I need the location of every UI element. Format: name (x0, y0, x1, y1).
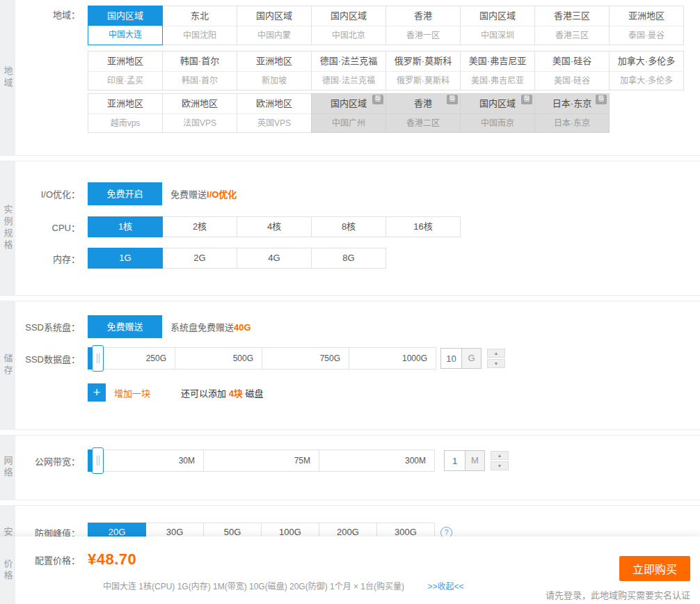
region-option-zone: 香港罄 (386, 94, 460, 113)
region-option[interactable]: 美国·弗吉尼亚美国·弗吉尼亚 (460, 51, 535, 90)
cpu-label: CPU： (15, 221, 88, 234)
bandwidth-tick[interactable]: 75M (203, 450, 319, 472)
region-option: 日本·东京罄日本·东京 (534, 93, 610, 133)
region-option[interactable]: 亚洲地区新加坡 (237, 51, 312, 90)
region-option[interactable]: 国内区域中国大连 (88, 6, 163, 45)
region-option[interactable]: 香港香港一区 (385, 6, 461, 45)
add-disk-plus-icon[interactable]: + (88, 383, 106, 402)
section-strip: 地域 (0, 0, 15, 155)
bandwidth-spinner-up-icon[interactable]: ▲ (491, 451, 509, 460)
memory-label: 内存： (15, 252, 88, 265)
cpu-option[interactable]: 16核 (385, 216, 461, 237)
region-option[interactable]: 加拿大·多伦多加拿大·多伦多 (609, 51, 684, 90)
region-option-city: 越南vps (88, 113, 162, 132)
buy-now-button[interactable]: 立即购买 (619, 556, 690, 581)
login-hint: 请先登录，此地域购买需要实名认证 (546, 588, 690, 601)
ssd-data-tick[interactable]: 500G (175, 347, 262, 369)
memory-option[interactable]: 1G (88, 248, 163, 269)
cpu-option[interactable]: 2核 (162, 216, 237, 237)
region-option[interactable]: 俄罗斯·莫斯科俄罗斯·莫斯科 (385, 51, 461, 90)
region-option-zone: 国内区域罄 (461, 94, 534, 113)
region-option-city: 香港二区 (386, 113, 460, 132)
region-option-city: 印度·孟买 (88, 71, 162, 90)
region-option-zone: 国内区域 (312, 6, 385, 26)
region-option-city: 新加坡 (237, 71, 311, 90)
region-option-city: 中国大连 (88, 26, 162, 45)
sold-out-badge-icon: 罄 (372, 95, 383, 104)
region-option-zone: 东北 (163, 6, 237, 26)
ssd-data-tick[interactable]: 1000G (349, 347, 436, 369)
add-disk-button[interactable]: 增加一块 (114, 386, 150, 399)
region-label: 地域： (15, 6, 88, 25)
region-grid-row3: 亚洲地区越南vps欧洲地区法国VPS欧洲地区英国VPS国内区域罄中国广州香港罄香… (88, 93, 683, 133)
region-option: 国内区域罄中国广州 (311, 93, 386, 133)
io-free-enable-button[interactable]: 免费开启 (88, 182, 162, 205)
region-option-city: 香港一区 (386, 26, 460, 45)
region-option[interactable]: 香港三区香港三区 (534, 6, 610, 45)
region-option-zone: 亚洲地区 (88, 51, 162, 71)
region-option[interactable]: 国内区域中国内蒙 (237, 6, 312, 45)
region-option[interactable]: 亚洲地区泰国·曼谷 (609, 6, 684, 45)
bandwidth-slider-track: 30M75M300M (88, 450, 434, 472)
region-option[interactable]: 亚洲地区越南vps (88, 93, 163, 133)
bandwidth-spinner-down-icon[interactable]: ▼ (491, 461, 509, 470)
region-option[interactable]: 东北中国沈阳 (162, 6, 237, 45)
memory-option[interactable]: 4G (237, 248, 312, 269)
sold-out-badge-icon: 罄 (521, 95, 532, 104)
cpu-option[interactable]: 4核 (237, 216, 312, 237)
region-option[interactable]: 欧洲地区法国VPS (162, 93, 237, 133)
bandwidth-label: 公网带宽： (15, 454, 88, 468)
region-option-zone: 加拿大·多伦多 (610, 51, 683, 71)
region-option-city: 德国·法兰克福 (312, 71, 385, 90)
cpu-option[interactable]: 8核 (311, 216, 386, 237)
bandwidth-slider-handle[interactable] (92, 447, 104, 474)
region-option-zone: 韩国·首尔 (163, 51, 237, 71)
region-option-zone: 德国·法兰克福 (312, 51, 385, 71)
region-option[interactable]: 韩国·首尔韩国·首尔 (162, 51, 237, 90)
section-label-region: 地域 (1, 66, 15, 90)
region-option-city: 香港三区 (535, 26, 609, 45)
region-option-city: 中国广州 (312, 113, 385, 132)
region-option[interactable]: 国内区域中国深圳 (460, 6, 535, 45)
ssd-system-note: 系统盘免费赠送40G (170, 320, 251, 333)
region-option-city: 中国沈阳 (163, 26, 237, 45)
ssd-system-label: SSD系统盘： (15, 320, 88, 333)
region-option[interactable]: 德国·法兰克福德国·法兰克福 (311, 51, 386, 90)
region-option-zone: 亚洲地区 (88, 94, 162, 113)
region-option-city: 法国VPS (163, 113, 237, 132)
memory-option[interactable]: 8G (311, 248, 386, 269)
io-note: 免费赠送I/O优化 (170, 187, 237, 200)
region-option-city: 中国内蒙 (237, 26, 311, 45)
section-label-price: 价格 (1, 559, 15, 582)
bandwidth-size-input[interactable] (444, 450, 466, 471)
section-storage: 储存 SSD系统盘： 免费赠送 系统盘免费赠送40G SSD数据盘： 250G5… (0, 301, 700, 430)
region-option[interactable]: 欧洲地区英国VPS (237, 93, 312, 133)
ssd-data-size-input[interactable] (440, 348, 462, 369)
bandwidth-tick[interactable]: 30M (88, 450, 204, 472)
region-option: 香港罄香港二区 (385, 93, 461, 133)
ssd-data-label: SSD数据盘： (15, 352, 88, 365)
bandwidth-unit: M (466, 450, 485, 471)
ssd-data-spinner-up-icon[interactable]: ▲ (487, 349, 505, 358)
region-option-zone: 国内区域 (88, 6, 162, 26)
sold-out-badge-icon: 罄 (596, 95, 607, 104)
memory-option[interactable]: 2G (162, 248, 237, 269)
region-option-zone: 俄罗斯·莫斯科 (386, 51, 460, 71)
price-label: 配置价格： (15, 553, 88, 566)
region-option[interactable]: 亚洲地区印度·孟买 (88, 51, 163, 90)
ssd-data-spinner-down-icon[interactable]: ▼ (487, 359, 505, 368)
region-option[interactable]: 国内区域中国北京 (311, 6, 386, 45)
ssd-data-slider-handle[interactable] (92, 345, 104, 372)
collapse-link[interactable]: >>收起<< (427, 582, 463, 591)
region-option-city: 中国北京 (312, 26, 385, 45)
bandwidth-tick[interactable]: 300M (319, 450, 435, 472)
section-network: 网络 公网带宽： 30M75M300M M ▲ ▼ (0, 435, 700, 500)
cpu-option[interactable]: 1核 (88, 216, 163, 237)
region-option-city: 中国南京 (461, 113, 534, 132)
section-strip: 价格 (0, 537, 15, 604)
region-grid-row2: 亚洲地区印度·孟买韩国·首尔韩国·首尔亚洲地区新加坡德国·法兰克福德国·法兰克福… (88, 51, 683, 90)
price-footer: 价格 配置价格： ¥48.70 中国大连 1核(CPU) 1G(内存) 1M(带… (0, 537, 700, 604)
ssd-data-tick[interactable]: 750G (262, 347, 349, 369)
ssd-system-free-button[interactable]: 免费赠送 (88, 315, 162, 338)
region-option[interactable]: 美国·硅谷美国·硅谷 (534, 51, 610, 90)
